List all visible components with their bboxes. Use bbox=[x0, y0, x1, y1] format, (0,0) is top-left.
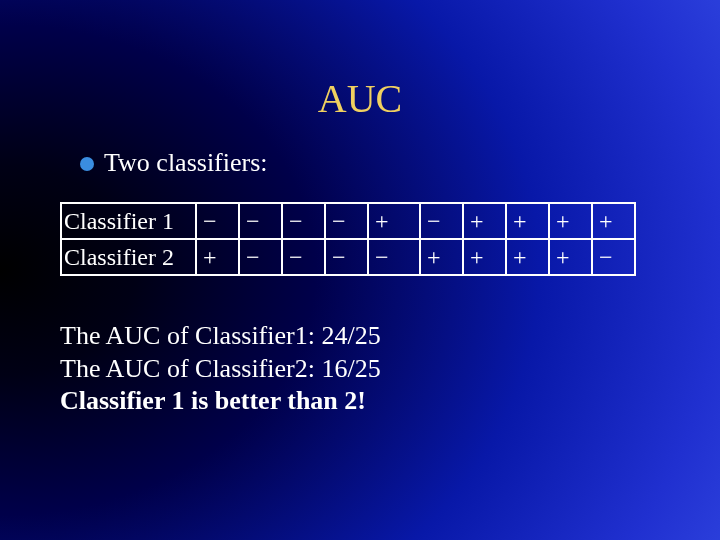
table-cell: − bbox=[282, 239, 325, 275]
table-cell: − bbox=[282, 203, 325, 239]
classifier-table: Classifier 1 − − − − + − + + + + Classif… bbox=[60, 202, 636, 276]
table-cell: + bbox=[196, 239, 239, 275]
table-cell: − bbox=[196, 203, 239, 239]
table-cell: + bbox=[463, 239, 506, 275]
table-cell: + bbox=[368, 203, 420, 239]
slide-title: AUC bbox=[0, 75, 720, 122]
conclusion-line-1: The AUC of Classifier1: 24/25 bbox=[60, 320, 381, 353]
bullet-icon bbox=[80, 157, 94, 171]
table-cell: − bbox=[239, 203, 282, 239]
table-row: Classifier 2 + − − − − + + + + − bbox=[61, 239, 635, 275]
table-cell: + bbox=[463, 203, 506, 239]
table-cell: + bbox=[592, 203, 635, 239]
row-label: Classifier 1 bbox=[61, 203, 196, 239]
subtitle-row: Two classifiers: bbox=[80, 148, 268, 178]
table-cell: − bbox=[420, 203, 463, 239]
table-row: Classifier 1 − − − − + − + + + + bbox=[61, 203, 635, 239]
table-cell: + bbox=[420, 239, 463, 275]
row-label: Classifier 2 bbox=[61, 239, 196, 275]
table-cell: − bbox=[325, 203, 368, 239]
table-cell: − bbox=[325, 239, 368, 275]
table-cell: − bbox=[368, 239, 420, 275]
conclusion-line-2: The AUC of Classifier2: 16/25 bbox=[60, 353, 381, 386]
table-cell: + bbox=[549, 203, 592, 239]
table-cell: − bbox=[592, 239, 635, 275]
table-cell: + bbox=[549, 239, 592, 275]
table-cell: + bbox=[506, 203, 549, 239]
conclusion-block: The AUC of Classifier1: 24/25 The AUC of… bbox=[60, 320, 381, 418]
table-cell: − bbox=[239, 239, 282, 275]
subtitle-text: Two classifiers: bbox=[104, 148, 268, 178]
table-cell: + bbox=[506, 239, 549, 275]
conclusion-line-3: Classifier 1 is better than 2! bbox=[60, 385, 381, 418]
